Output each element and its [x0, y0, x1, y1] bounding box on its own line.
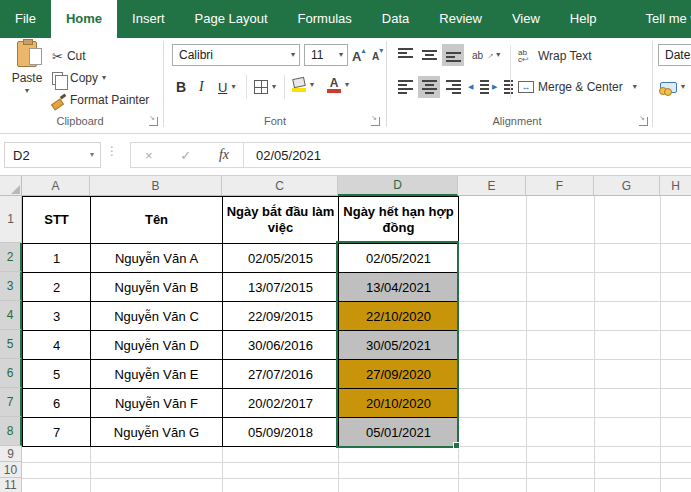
font-name-dropdown-icon[interactable]: ▾: [291, 51, 299, 59]
cut-button[interactable]: ✂ Cut: [52, 45, 86, 67]
cell-D8[interactable]: 05/01/2021: [339, 418, 459, 447]
col-header-h[interactable]: H: [660, 176, 691, 196]
cell-D1[interactable]: Ngày hết hạn hợp đồng: [339, 197, 459, 244]
align-left-button[interactable]: [394, 76, 416, 98]
borders-button[interactable]: ▾: [254, 76, 276, 98]
align-center-button[interactable]: [418, 76, 440, 98]
col-header-g[interactable]: G: [594, 176, 660, 196]
orientation-button[interactable]: ab → ▾: [472, 44, 500, 66]
underline-button[interactable]: U ▾: [218, 76, 235, 98]
orientation-dropdown-icon[interactable]: ▾: [496, 51, 500, 59]
tab-page-layout[interactable]: Page Layout: [180, 0, 283, 38]
cell-D2[interactable]: 02/05/2021: [339, 244, 459, 273]
col-header-e[interactable]: E: [458, 176, 526, 196]
row-header-5[interactable]: 5: [0, 330, 22, 359]
tab-insert[interactable]: Insert: [117, 0, 180, 38]
col-header-a[interactable]: A: [22, 176, 90, 196]
row-header-3[interactable]: 3: [0, 272, 22, 301]
row-header-7[interactable]: 7: [0, 388, 22, 417]
cell-A2[interactable]: 1: [23, 244, 91, 273]
cell-B3[interactable]: Nguyễn Văn B: [91, 273, 223, 302]
cell-C1[interactable]: Ngày bắt đầu làm việc: [223, 197, 339, 244]
bold-button[interactable]: B: [176, 76, 186, 98]
cell-A5[interactable]: 4: [23, 331, 91, 360]
number-format-combo[interactable]: Date: [658, 44, 691, 66]
font-size-dropdown-icon[interactable]: ▾: [339, 51, 347, 59]
cell-B6[interactable]: Nguyễn Văn E: [91, 360, 223, 389]
row-header-1[interactable]: 1: [0, 196, 22, 243]
tell-me-search[interactable]: Tell me what you: [646, 0, 691, 38]
top-align-button[interactable]: [394, 44, 416, 66]
wrap-text-button[interactable]: ab c↩ Wrap Text: [518, 45, 592, 67]
copy-button[interactable]: Copy ▾: [52, 67, 106, 89]
col-header-c[interactable]: C: [222, 176, 338, 196]
format-painter-button[interactable]: Format Painter: [52, 89, 149, 111]
cell-D7[interactable]: 20/10/2020: [339, 389, 459, 418]
shrink-font-button[interactable]: A ▾: [372, 45, 383, 67]
merge-center-dropdown-icon[interactable]: ▾: [633, 83, 637, 91]
cell-B8[interactable]: Nguyễn Văn G: [91, 418, 223, 447]
clipboard-dialog-launcher[interactable]: [149, 117, 158, 126]
accounting-format-button[interactable]: ▾: [660, 76, 685, 98]
col-header-b[interactable]: B: [90, 176, 222, 196]
alignment-dialog-launcher[interactable]: [639, 117, 648, 126]
cell-C2[interactable]: 02/05/2015: [223, 244, 339, 273]
fill-handle[interactable]: [453, 442, 460, 449]
font-size-combo[interactable]: 11 ▾: [304, 44, 348, 66]
row-header-11[interactable]: 11: [0, 478, 22, 492]
col-header-d[interactable]: D: [338, 176, 458, 196]
select-all-button[interactable]: [0, 176, 22, 196]
borders-dropdown-icon[interactable]: ▾: [272, 83, 276, 91]
tab-data[interactable]: Data: [367, 0, 424, 38]
insert-function-icon[interactable]: fx: [219, 147, 229, 163]
enter-icon[interactable]: ✓: [180, 148, 191, 163]
tab-review[interactable]: Review: [424, 0, 497, 38]
row-header-10[interactable]: 10: [0, 462, 22, 478]
row-header-6[interactable]: 6: [0, 359, 22, 388]
tab-formulas[interactable]: Formulas: [283, 0, 367, 38]
row-header-4[interactable]: 4: [0, 301, 22, 330]
cell-B7[interactable]: Nguyễn Văn F: [91, 389, 223, 418]
tab-home[interactable]: Home: [51, 0, 117, 38]
font-color-dropdown-icon[interactable]: ▾: [345, 81, 349, 89]
cell-A3[interactable]: 2: [23, 273, 91, 302]
decrease-indent-button[interactable]: ◀: [468, 76, 489, 98]
cell-C3[interactable]: 13/07/2015: [223, 273, 339, 302]
cell-C7[interactable]: 20/02/2017: [223, 389, 339, 418]
bottom-align-button[interactable]: [442, 44, 464, 66]
paste-dropdown-icon[interactable]: ▾: [25, 87, 29, 95]
cell-A4[interactable]: 3: [23, 302, 91, 331]
formula-input[interactable]: 02/05/2021: [243, 142, 691, 168]
accounting-dropdown-icon[interactable]: ▾: [681, 83, 685, 91]
row-header-8[interactable]: 8: [0, 417, 22, 446]
cell-B1[interactable]: Tên: [91, 197, 223, 244]
cell-D4[interactable]: 22/10/2020: [339, 302, 459, 331]
cell-C4[interactable]: 22/09/2015: [223, 302, 339, 331]
underline-dropdown-icon[interactable]: ▾: [231, 83, 235, 91]
fill-color-button[interactable]: ▾: [292, 74, 314, 96]
copy-dropdown-icon[interactable]: ▾: [102, 74, 106, 82]
cell-C8[interactable]: 05/09/2018: [223, 418, 339, 447]
name-box-dropdown-icon[interactable]: ▾: [90, 151, 100, 159]
cell-D5[interactable]: 30/05/2021: [339, 331, 459, 360]
font-dialog-launcher[interactable]: [371, 117, 380, 126]
middle-align-button[interactable]: [418, 44, 440, 66]
cell-B2[interactable]: Nguyễn Văn A: [91, 244, 223, 273]
cell-A6[interactable]: 5: [23, 360, 91, 389]
font-name-combo[interactable]: Calibri ▾: [172, 44, 300, 66]
cell-D3[interactable]: 13/04/2021: [339, 273, 459, 302]
paste-button[interactable]: Paste ▾: [5, 41, 49, 113]
italic-button[interactable]: I: [199, 76, 204, 98]
grow-font-button[interactable]: A ▴: [352, 45, 365, 67]
fill-color-dropdown-icon[interactable]: ▾: [310, 81, 314, 89]
cell-B5[interactable]: Nguyễn Văn D: [91, 331, 223, 360]
merge-center-button[interactable]: ↔ Merge & Center ▾: [518, 76, 637, 98]
cell-A1[interactable]: STT: [23, 197, 91, 244]
cell-A8[interactable]: 7: [23, 418, 91, 447]
row-header-9[interactable]: 9: [0, 446, 22, 462]
tab-view[interactable]: View: [497, 0, 555, 38]
font-color-button[interactable]: A ▾: [327, 74, 349, 96]
cell-B4[interactable]: Nguyễn Văn C: [91, 302, 223, 331]
name-box[interactable]: D2 ▾: [4, 142, 101, 168]
col-header-f[interactable]: F: [526, 176, 594, 196]
